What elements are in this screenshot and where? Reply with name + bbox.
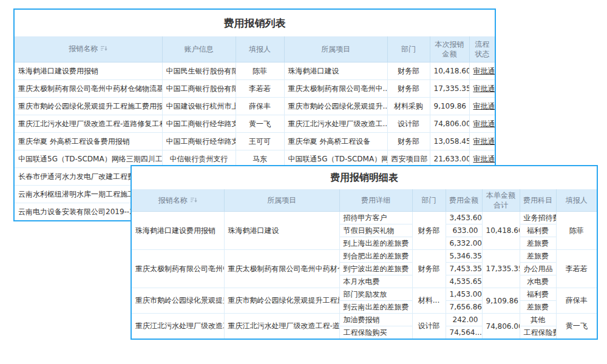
- column-header[interactable]: 报销名称: [15, 36, 162, 62]
- department-link[interactable]: 财务部: [387, 133, 430, 150]
- expense-amount-cell: 74,564...: [446, 326, 482, 339]
- column-header-label: 费用详细: [361, 196, 390, 204]
- status-link[interactable]: 审批通过: [469, 62, 495, 80]
- expense-name-link[interactable]: 重庆江北污水处理厂级改造工程-: [132, 314, 224, 339]
- expense-detail-cell: 加油费报销: [339, 314, 412, 326]
- account-info: 中国民生银行股份有限...: [162, 62, 236, 80]
- expense-detail-cell: 到云南出差的差旅费: [339, 301, 412, 314]
- sort-icon: [100, 44, 107, 54]
- department-link[interactable]: 设计部: [387, 115, 430, 133]
- expense-category-cell: 福利费: [520, 288, 556, 301]
- total-amount-cell: 17,335.35: [482, 250, 520, 288]
- column-header-label: 流程状态: [475, 40, 489, 58]
- expense-name-link[interactable]: 重庆市鹅岭公园绿化景观提升工程: [132, 288, 224, 314]
- column-header[interactable]: 填报人: [236, 36, 284, 62]
- expense-name-link[interactable]: 重庆市鹅岭公园绿化景观提升工程施工费用报销: [15, 98, 162, 115]
- expense-detail-cell: 部门奖励发放: [339, 288, 412, 301]
- column-header-label: 费用科目: [523, 196, 552, 204]
- column-header-label: 本单金额合计: [486, 191, 515, 209]
- filler-name-link[interactable]: 陈菲: [556, 212, 597, 250]
- sort-icon: [190, 196, 197, 206]
- project-link[interactable]: 重庆江北污水处理厂级改造工程-道路修复工: [224, 314, 339, 339]
- department-link[interactable]: 材料采购: [387, 98, 430, 115]
- expense-category-cell: 工程保险费: [520, 326, 556, 339]
- status-link[interactable]: 审批通过: [469, 98, 495, 115]
- project-link[interactable]: 重庆太极制药有限公司亳州中...: [284, 80, 387, 98]
- department-link[interactable]: 财务部: [387, 80, 430, 98]
- column-header[interactable]: 费用详细: [339, 189, 412, 212]
- column-header-label: 报销名称: [158, 196, 188, 204]
- project-link[interactable]: 重庆华夏 外高桥工程设备: [284, 133, 387, 150]
- filler-name-link[interactable]: 黄一飞: [556, 314, 597, 339]
- expense-name-link[interactable]: 重庆华夏 外高桥工程设备费用报销: [15, 133, 162, 150]
- total-amount-cell: 9,109.86: [482, 288, 520, 314]
- column-header[interactable]: 报销名称: [132, 189, 224, 212]
- table-row: 珠海鹤港口建设费用报销珠海鹤港口建设招待甲方客户财务部3,453.6010,41…: [132, 212, 597, 224]
- expense-amount-cell: 4,535.65: [446, 275, 482, 288]
- column-header[interactable]: 流程状态: [469, 36, 495, 62]
- amount-value: 9,109.86: [430, 98, 469, 115]
- expense-name-link[interactable]: 珠海鹤港口建设费用报销: [15, 62, 162, 80]
- column-header[interactable]: 费用金额: [446, 189, 482, 212]
- table-row: 重庆太极制药有限公司亳州中药材仓储物流基地项...中国工商银行股份有限...李若…: [15, 80, 495, 98]
- status-link[interactable]: 审批通过: [469, 80, 495, 98]
- header-row: 报销名称账户信息填报人所属项目部门本次报销金额流程状态: [15, 36, 495, 62]
- expense-name-link[interactable]: 重庆江北污水处理厂级改造工程-道路修复工程费用...: [15, 115, 162, 133]
- column-header-label: 费用金额: [449, 196, 478, 204]
- column-header-label: 所属项目: [321, 45, 350, 53]
- project-link[interactable]: 珠海鹤港口建设: [284, 62, 387, 80]
- table-row: 重庆太极制药有限公司亳州中药材重庆太极制药有限公司亳州中药材仓储物流到合肥出差的…: [132, 250, 597, 263]
- expense-name-link[interactable]: 珠海鹤港口建设费用报销: [132, 212, 224, 250]
- column-header-label: 本次报销金额: [435, 40, 464, 58]
- column-header-label: 报销名称: [69, 44, 98, 53]
- column-header[interactable]: 部门: [412, 189, 446, 212]
- filler-name-link[interactable]: 薛保丰: [236, 98, 284, 115]
- department-cell: 财务部: [412, 250, 446, 288]
- column-header[interactable]: 本单金额合计: [482, 189, 520, 212]
- filler-name-link[interactable]: 王可可: [236, 133, 284, 150]
- project-link[interactable]: 重庆市鹅岭公园绿化景观提升工程施工: [224, 288, 339, 314]
- expense-detail-cell: 节假日购买礼物: [339, 224, 412, 237]
- column-header[interactable]: 账户信息: [162, 36, 236, 62]
- project-link[interactable]: 珠海鹤港口建设: [224, 212, 339, 250]
- department-cell: 设计部: [412, 314, 446, 339]
- expense-detail-cell: 工程保险购买: [339, 326, 412, 339]
- expense-name-link[interactable]: 重庆太极制药有限公司亳州中药材仓储物流基地项...: [15, 80, 162, 98]
- column-header[interactable]: 本次报销金额: [430, 36, 469, 62]
- column-header[interactable]: 填报人: [556, 189, 597, 212]
- expense-amount-cell: 633.00: [446, 224, 482, 237]
- filler-name-link[interactable]: 李若若: [236, 80, 284, 98]
- filler-name-link[interactable]: 薛保丰: [556, 288, 597, 314]
- expense-category-cell: 办公用品: [520, 263, 556, 275]
- expense-category-cell: 福利费: [520, 224, 556, 237]
- status-link[interactable]: 审批通过: [469, 133, 495, 150]
- column-header[interactable]: 部门: [387, 36, 430, 62]
- table-row: 重庆华夏 外高桥工程设备费用报销中国工商银行经华路支行王可可重庆华夏 外高桥工程…: [15, 133, 495, 150]
- expense-category-cell: 差旅费: [520, 301, 556, 314]
- expense-detail-cell: 招待甲方客户: [339, 212, 412, 224]
- account-info: 中国工商银行经华路支行: [162, 115, 236, 133]
- project-link[interactable]: 重庆太极制药有限公司亳州中药材仓储物流: [224, 250, 339, 288]
- expense-amount-cell: 242.00: [446, 314, 482, 326]
- table-row: 珠海鹤港口建设费用报销中国民生银行股份有限...陈菲珠海鹤港口建设财务部10,4…: [15, 62, 495, 80]
- expense-name-link[interactable]: 重庆太极制药有限公司亳州中药材: [132, 250, 224, 288]
- total-amount-cell: 10,418.60: [482, 212, 520, 250]
- expense-amount-cell: 5,346.35: [446, 250, 482, 263]
- department-link[interactable]: 财务部: [387, 62, 430, 80]
- expense-category-cell: 水电费: [520, 275, 556, 288]
- status-link[interactable]: 审批通过: [469, 115, 495, 133]
- column-header[interactable]: 所属项目: [224, 189, 339, 212]
- header-row: 报销名称所属项目费用详细部门费用金额本单金额合计费用科目填报人: [132, 189, 597, 212]
- column-header[interactable]: 所属项目: [284, 36, 387, 62]
- project-link[interactable]: 重庆江北污水处理厂级改造工...: [284, 115, 387, 133]
- column-header-label: 填报人: [566, 196, 588, 204]
- project-link[interactable]: 重庆市鹅岭公园绿化景观提升...: [284, 98, 387, 115]
- column-header[interactable]: 费用科目: [520, 189, 556, 212]
- filler-name-link[interactable]: 黄一飞: [236, 115, 284, 133]
- total-amount-cell: 74,806.00: [482, 314, 520, 339]
- department-cell: 材料...: [412, 288, 446, 314]
- expense-detail-table: 报销名称所属项目费用详细部门费用金额本单金额合计费用科目填报人 珠海鹤港口建设费…: [132, 189, 597, 339]
- filler-name-link[interactable]: 李若若: [556, 250, 597, 288]
- filler-name-link[interactable]: 陈菲: [236, 62, 284, 80]
- table-row: 重庆江北污水处理厂级改造工程-道路修复工程费用...中国工商银行经华路支行黄一飞…: [15, 115, 495, 133]
